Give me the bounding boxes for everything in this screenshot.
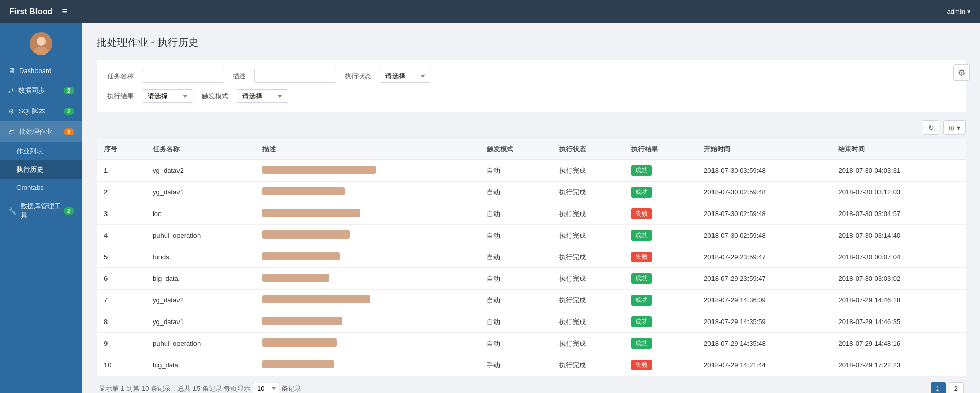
- cell-exec-status: 执行完成: [552, 203, 625, 225]
- cell-trigger: 自动: [479, 333, 552, 354]
- desc-input[interactable]: [254, 69, 336, 83]
- main-layout: 🖥 Dashboard ⇄ 数据同步 2 ⚙ SQL脚本 2: [0, 23, 980, 393]
- task-name-label: 任务名称: [107, 72, 134, 81]
- exec-result-select[interactable]: 请选择 成功 失败: [142, 89, 193, 103]
- cell-desc: [255, 290, 479, 311]
- sidebar-batch-submenu: 作业列表 执行历史 Crontabs: [0, 142, 82, 196]
- filter-row-1: 任务名称 描述 执行状态 请选择 执行完成 执行中 等待: [107, 69, 955, 83]
- menu-icon[interactable]: ≡: [62, 6, 67, 17]
- trigger-label: 触发模式: [202, 92, 228, 101]
- page-size-select[interactable]: 10 20 50 100: [253, 383, 279, 393]
- refresh-button[interactable]: ↻: [923, 120, 939, 135]
- cell-task-name: puhui_operation: [146, 225, 255, 246]
- sidebar-item-job-list[interactable]: 作业列表: [0, 142, 82, 160]
- sidebar-db-label: 数据库管理工具: [21, 202, 64, 220]
- cell-id: 5: [97, 246, 146, 268]
- cell-start-time: 2018-07-29 23:59:47: [697, 246, 831, 268]
- exec-status-label: 执行状态: [345, 72, 371, 81]
- page-2-button[interactable]: 2: [949, 382, 964, 393]
- cell-start-time: 2018-07-30 02:59:48: [697, 182, 831, 203]
- cell-desc: [255, 203, 479, 225]
- sidebar-batch-label: 批处理作业: [19, 127, 52, 136]
- cell-exec-result: 失败: [624, 203, 697, 225]
- sidebar-item-batch[interactable]: 🏷 批处理作业 3: [0, 121, 82, 142]
- cell-exec-status: 执行完成: [552, 225, 625, 246]
- cell-exec-result: 失败: [624, 354, 697, 376]
- cell-start-time: 2018-07-29 14:36:09: [697, 290, 831, 311]
- cell-task-name: yg_datav2: [146, 290, 255, 311]
- sidebar-item-datasync[interactable]: ⇄ 数据同步 2: [0, 80, 82, 101]
- cell-trigger: 自动: [479, 290, 552, 311]
- table-body: 1 yg_datav2 自动 执行完成 成功 2018-07-30 03:59:…: [97, 160, 966, 376]
- grid-view-button[interactable]: ⊞ ▾: [943, 120, 966, 135]
- cell-trigger: 自动: [479, 225, 552, 246]
- cell-end-time: 2018-07-30 04:03:31: [831, 160, 966, 182]
- sidebar-item-dashboard[interactable]: 🖥 Dashboard: [0, 61, 82, 80]
- pagination-info: 显示第 1 到第 10 条记录，总共 15 条记录 每页显示 10 20 50 …: [99, 383, 301, 393]
- cell-trigger: 手动: [479, 354, 552, 376]
- task-name-input[interactable]: [142, 69, 224, 83]
- sidebar-item-sql[interactable]: ⚙ SQL脚本 2: [0, 101, 82, 121]
- gear-icon: ⚙: [8, 108, 14, 115]
- cell-start-time: 2018-07-29 14:35:48: [697, 333, 831, 354]
- filter-row-2: 执行结果 请选择 成功 失败 触发模式 请选择 自动 手动: [107, 89, 955, 103]
- sidebar-sql-badge: 2: [64, 108, 74, 115]
- cell-trigger: 自动: [479, 246, 552, 268]
- cell-desc: [255, 182, 479, 203]
- cell-id: 8: [97, 311, 146, 333]
- settings-button[interactable]: ⚙: [953, 64, 970, 81]
- cell-end-time: 2018-07-30 03:12:03: [831, 182, 966, 203]
- cell-desc: [255, 333, 479, 354]
- result-badge: 失败: [631, 252, 652, 262]
- cell-exec-status: 执行完成: [552, 246, 625, 268]
- cell-exec-result: 失败: [624, 246, 697, 268]
- cell-exec-status: 执行完成: [552, 311, 625, 333]
- table-row: 6 big_data 自动 执行完成 成功 2018-07-29 23:59:4…: [97, 268, 966, 290]
- admin-menu[interactable]: admin ▾: [947, 8, 971, 15]
- cell-start-time: 2018-07-30 02:59:48: [697, 225, 831, 246]
- sidebar-datasync-label: 数据同步: [18, 86, 45, 95]
- table-row: 2 yg_datav1 自动 执行完成 成功 2018-07-30 02:59:…: [97, 182, 966, 203]
- col-id: 序号: [97, 139, 146, 160]
- exec-status-select[interactable]: 请选择 执行完成 执行中 等待: [380, 69, 431, 83]
- cell-end-time: 2018-07-30 00:07:04: [831, 246, 966, 268]
- cell-exec-status: 执行完成: [552, 268, 625, 290]
- cell-end-time: 2018-07-29 14:48:16: [831, 333, 966, 354]
- cell-id: 9: [97, 333, 146, 354]
- cell-trigger: 自动: [479, 160, 552, 182]
- sidebar-item-exec-history[interactable]: 执行历史: [0, 160, 82, 179]
- pagination-pages: 1 2: [931, 382, 964, 393]
- cell-id: 3: [97, 203, 146, 225]
- table-row: 9 puhui_operation 自动 执行完成 成功 2018-07-29 …: [97, 333, 966, 354]
- topbar: First Blood ≡ admin ▾: [0, 0, 980, 23]
- col-trigger: 触发模式: [479, 139, 552, 160]
- cell-task-name: funds: [146, 246, 255, 268]
- cell-desc: [255, 311, 479, 333]
- col-desc: 描述: [255, 139, 479, 160]
- table-header-row: 序号 任务名称 描述 触发模式 执行状态 执行结果 开始时间 结束时间: [97, 139, 966, 160]
- result-badge: 失败: [631, 208, 652, 219]
- col-task-name: 任务名称: [146, 139, 255, 160]
- admin-arrow: ▾: [967, 8, 971, 15]
- desc-label: 描述: [233, 72, 246, 81]
- sidebar-item-dbtools[interactable]: 🔧 数据库管理工具 2: [0, 196, 82, 226]
- cell-task-name: loc: [146, 203, 255, 225]
- cell-desc: [255, 160, 479, 182]
- result-badge: 成功: [631, 316, 652, 327]
- sidebar-avatar-area: [0, 23, 82, 61]
- result-badge: 成功: [631, 295, 652, 306]
- svg-point-1: [37, 37, 46, 46]
- cell-id: 4: [97, 225, 146, 246]
- cell-id: 7: [97, 290, 146, 311]
- page-1-button[interactable]: 1: [931, 382, 946, 393]
- cell-task-name: big_data: [146, 354, 255, 376]
- cell-end-time: 2018-07-29 14:46:35: [831, 311, 966, 333]
- cell-start-time: 2018-07-29 14:21:44: [697, 354, 831, 376]
- cell-end-time: 2018-07-29 14:46:18: [831, 290, 966, 311]
- trigger-select[interactable]: 请选择 自动 手动: [237, 89, 288, 103]
- col-end-time: 结束时间: [831, 139, 966, 160]
- cell-exec-result: 成功: [624, 333, 697, 354]
- sidebar-nav: 🖥 Dashboard ⇄ 数据同步 2 ⚙ SQL脚本 2: [0, 61, 82, 226]
- result-badge: 成功: [631, 273, 652, 284]
- sidebar-item-crontabs[interactable]: Crontabs: [0, 179, 82, 196]
